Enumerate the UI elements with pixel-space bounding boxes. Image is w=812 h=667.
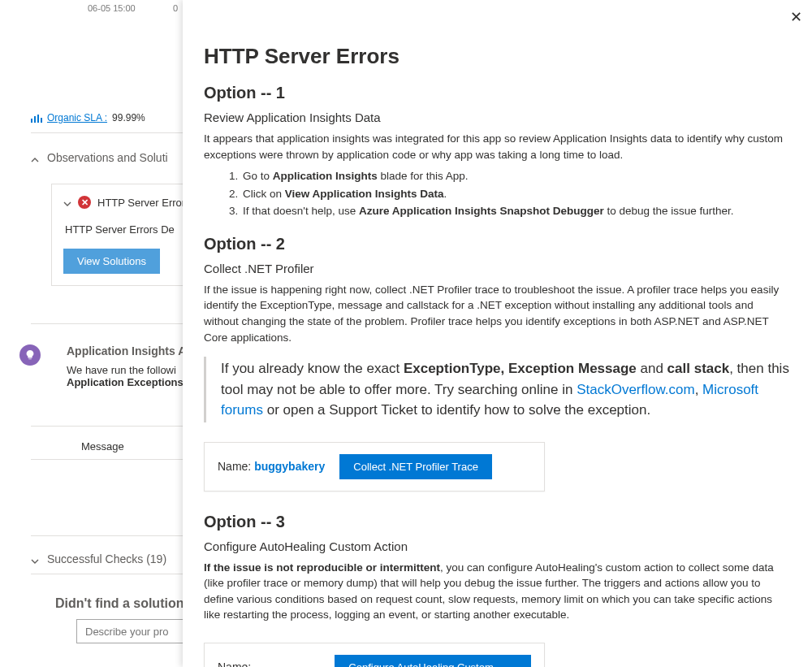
close-icon[interactable]: ✕	[790, 8, 802, 26]
option-2-note: If you already know the exact ExceptionT…	[204, 357, 791, 422]
organic-sla-link[interactable]: Organic SLA :	[47, 112, 107, 123]
option-3-para: If the issue is not reproducible or inte…	[204, 560, 791, 623]
blade-title: HTTP Server Errors	[204, 44, 791, 69]
svg-rect-0	[31, 119, 32, 123]
observations-label: Observations and Soluti	[47, 151, 168, 164]
divider	[31, 574, 193, 574]
option-3-heading: Option -- 3	[204, 513, 791, 531]
bar-chart-icon	[31, 114, 42, 122]
chart-time-label: 0	[173, 3, 178, 13]
chart-time-label: 06-05 15:00	[88, 3, 136, 13]
chevron-down-icon[interactable]	[63, 198, 71, 206]
configure-autohealing-button[interactable]: Configure AutoHealing Custom Action	[335, 655, 531, 667]
organic-sla-value: 99.99%	[112, 112, 145, 123]
error-card-title: HTTP Server Error	[97, 197, 185, 209]
footer-question: Didn't find a solution?	[55, 596, 192, 611]
collect-profiler-button[interactable]: Collect .NET Profiler Trace	[339, 454, 492, 479]
app-insights-line2: Application Exceptions	[67, 376, 184, 388]
divider	[31, 459, 193, 460]
message-column-header: Message	[81, 440, 124, 453]
option-3-subtitle: Configure AutoHealing Custom Action	[204, 539, 791, 553]
svg-rect-3	[41, 118, 42, 123]
svg-rect-1	[34, 116, 36, 123]
divider	[31, 426, 193, 427]
option-2-para: If the issue is happening right now, col…	[204, 282, 791, 345]
divider	[31, 132, 193, 133]
app-insights-line1: We have run the followi	[67, 364, 176, 376]
lightbulb-icon	[19, 344, 41, 366]
divider	[31, 535, 193, 536]
chevron-up-icon	[31, 154, 39, 162]
solutions-blade: ✕ HTTP Server Errors Option -- 1 Review …	[183, 0, 812, 667]
stackoverflow-link[interactable]: StackOverflow.com	[577, 382, 695, 397]
error-icon: ✕	[78, 196, 91, 209]
view-solutions-button[interactable]: View Solutions	[63, 249, 160, 274]
option-1-subtitle: Review Application Insights Data	[204, 110, 791, 124]
app-name: buggybakery	[254, 460, 325, 473]
svg-rect-2	[37, 115, 39, 123]
option-1-heading: Option -- 1	[204, 84, 791, 102]
option-2-subtitle: Collect .NET Profiler	[204, 262, 791, 275]
sla-row: Organic SLA : 99.99%	[31, 112, 145, 123]
option-1-para: It appears that application insights was…	[204, 131, 791, 162]
chevron-down-icon	[31, 555, 39, 563]
error-card-subtitle: HTTP Server Errors De	[63, 223, 201, 236]
option-2-heading: Option -- 2	[204, 235, 791, 253]
divider	[31, 323, 193, 324]
observations-header[interactable]: Observations and Soluti	[31, 151, 168, 164]
profiler-action-box: Name: buggybakery Collect .NET Profiler …	[204, 442, 545, 492]
successful-checks-header[interactable]: Successful Checks (19)	[31, 552, 166, 565]
successful-checks-label: Successful Checks (19)	[47, 552, 166, 565]
option-1-steps: Go to Application Insights blade for thi…	[241, 167, 791, 220]
autohealing-action-box: Name: buggybakery Configure AutoHealing …	[204, 643, 545, 667]
